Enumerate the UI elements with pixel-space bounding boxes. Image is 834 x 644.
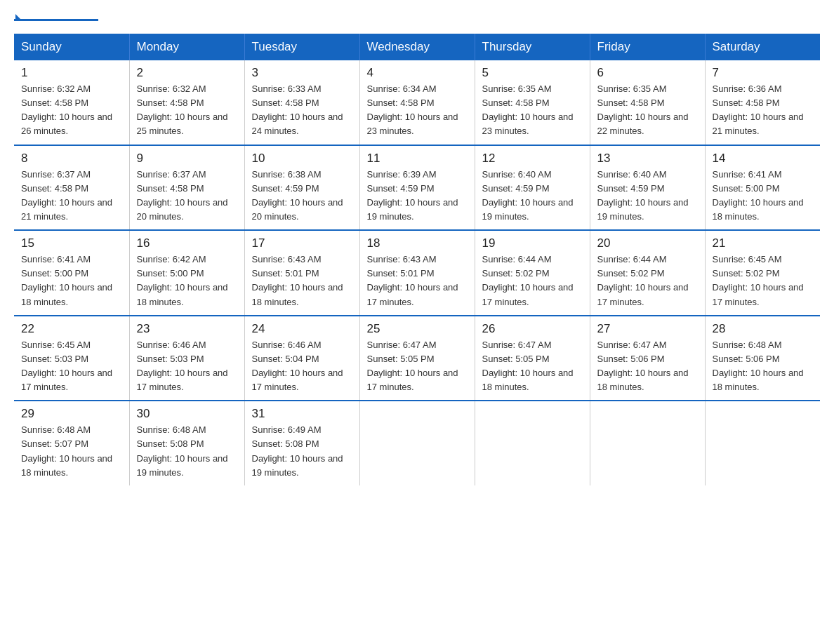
day-number: 10 [252,152,352,166]
day-info: Sunrise: 6:35 AMSunset: 4:58 PMDaylight:… [597,82,698,139]
day-info: Sunrise: 6:32 AMSunset: 4:58 PMDaylight:… [21,82,122,139]
day-info: Sunrise: 6:32 AMSunset: 4:58 PMDaylight:… [137,82,237,139]
day-info: Sunrise: 6:47 AMSunset: 5:05 PMDaylight:… [482,338,583,395]
day-number: 15 [21,236,122,250]
calendar-cell: 29Sunrise: 6:48 AMSunset: 5:07 PMDayligh… [14,401,129,485]
day-info: Sunrise: 6:45 AMSunset: 5:02 PMDaylight:… [713,253,814,309]
header-thursday: Thursday [475,34,590,60]
calendar-cell: 8Sunrise: 6:37 AMSunset: 4:58 PMDaylight… [14,145,129,231]
day-info: Sunrise: 6:38 AMSunset: 4:59 PMDaylight:… [252,168,352,224]
day-info: Sunrise: 6:46 AMSunset: 5:04 PMDaylight:… [252,338,352,395]
day-number: 6 [597,66,698,80]
day-number: 28 [713,322,814,336]
calendar-week-row: 8Sunrise: 6:37 AMSunset: 4:58 PMDaylight… [14,145,820,231]
day-info: Sunrise: 6:43 AMSunset: 5:01 PMDaylight:… [367,253,468,309]
calendar-cell: 21Sunrise: 6:45 AMSunset: 5:02 PMDayligh… [705,230,820,316]
calendar-cell: 12Sunrise: 6:40 AMSunset: 4:59 PMDayligh… [475,145,590,231]
day-info: Sunrise: 6:37 AMSunset: 4:58 PMDaylight:… [137,168,237,224]
calendar-cell: 13Sunrise: 6:40 AMSunset: 4:59 PMDayligh… [590,145,705,231]
calendar-cell: 3Sunrise: 6:33 AMSunset: 4:58 PMDaylight… [244,60,359,145]
day-info: Sunrise: 6:41 AMSunset: 5:00 PMDaylight:… [21,253,122,309]
day-info: Sunrise: 6:45 AMSunset: 5:03 PMDaylight:… [21,338,122,395]
calendar-cell: 11Sunrise: 6:39 AMSunset: 4:59 PMDayligh… [359,145,475,231]
day-info: Sunrise: 6:40 AMSunset: 4:59 PMDaylight:… [597,168,698,224]
day-number: 18 [367,236,468,250]
day-info: Sunrise: 6:47 AMSunset: 5:06 PMDaylight:… [597,338,698,395]
calendar-cell: 27Sunrise: 6:47 AMSunset: 5:06 PMDayligh… [590,316,705,401]
day-info: Sunrise: 6:33 AMSunset: 4:58 PMDaylight:… [252,82,352,139]
calendar-cell: 25Sunrise: 6:47 AMSunset: 5:05 PMDayligh… [359,316,475,401]
day-number: 26 [482,322,583,336]
day-info: Sunrise: 6:41 AMSunset: 5:00 PMDaylight:… [713,168,814,224]
calendar-cell [359,401,475,485]
calendar-cell: 20Sunrise: 6:44 AMSunset: 5:02 PMDayligh… [590,230,705,316]
day-info: Sunrise: 6:34 AMSunset: 4:58 PMDaylight:… [367,82,468,139]
header-sunday: Sunday [14,34,129,60]
day-number: 27 [597,322,698,336]
calendar-cell: 19Sunrise: 6:44 AMSunset: 5:02 PMDayligh… [475,230,590,316]
day-number: 11 [367,152,468,166]
calendar-table: SundayMondayTuesdayWednesdayThursdayFrid… [14,34,820,485]
day-number: 19 [482,236,583,250]
calendar-cell: 4Sunrise: 6:34 AMSunset: 4:58 PMDaylight… [359,60,475,145]
day-info: Sunrise: 6:48 AMSunset: 5:06 PMDaylight:… [713,338,814,395]
calendar-cell: 22Sunrise: 6:45 AMSunset: 5:03 PMDayligh… [14,316,129,401]
day-number: 12 [482,152,583,166]
day-number: 23 [137,322,237,336]
calendar-cell: 30Sunrise: 6:48 AMSunset: 5:08 PMDayligh… [129,401,244,485]
day-number: 30 [137,407,237,421]
calendar-week-row: 22Sunrise: 6:45 AMSunset: 5:03 PMDayligh… [14,316,820,401]
calendar-week-row: 29Sunrise: 6:48 AMSunset: 5:07 PMDayligh… [14,401,820,485]
calendar-cell: 26Sunrise: 6:47 AMSunset: 5:05 PMDayligh… [475,316,590,401]
day-info: Sunrise: 6:48 AMSunset: 5:08 PMDaylight:… [137,423,237,480]
header-monday: Monday [129,34,244,60]
calendar-week-row: 15Sunrise: 6:41 AMSunset: 5:00 PMDayligh… [14,230,820,316]
day-info: Sunrise: 6:42 AMSunset: 5:00 PMDaylight:… [137,253,237,309]
calendar-cell: 1Sunrise: 6:32 AMSunset: 4:58 PMDaylight… [14,60,129,145]
header-friday: Friday [590,34,705,60]
day-info: Sunrise: 6:47 AMSunset: 5:05 PMDaylight:… [367,338,468,395]
day-info: Sunrise: 6:46 AMSunset: 5:03 PMDaylight:… [137,338,237,395]
day-info: Sunrise: 6:39 AMSunset: 4:59 PMDaylight:… [367,168,468,224]
day-info: Sunrise: 6:48 AMSunset: 5:07 PMDaylight:… [21,423,122,480]
calendar-cell [705,401,820,485]
calendar-cell [475,401,590,485]
day-number: 5 [482,66,583,80]
day-number: 24 [252,322,352,336]
day-info: Sunrise: 6:43 AMSunset: 5:01 PMDaylight:… [252,253,352,309]
calendar-cell: 18Sunrise: 6:43 AMSunset: 5:01 PMDayligh… [359,230,475,316]
day-number: 20 [597,236,698,250]
day-info: Sunrise: 6:49 AMSunset: 5:08 PMDaylight:… [252,423,352,480]
day-number: 31 [252,407,352,421]
day-number: 25 [367,322,468,336]
calendar-cell: 7Sunrise: 6:36 AMSunset: 4:58 PMDaylight… [705,60,820,145]
header-tuesday: Tuesday [244,34,359,60]
day-info: Sunrise: 6:35 AMSunset: 4:58 PMDaylight:… [482,82,583,139]
calendar-cell: 15Sunrise: 6:41 AMSunset: 5:00 PMDayligh… [14,230,129,316]
header-wednesday: Wednesday [359,34,475,60]
day-number: 13 [597,152,698,166]
header-saturday: Saturday [705,34,820,60]
day-number: 8 [21,152,122,166]
day-info: Sunrise: 6:44 AMSunset: 5:02 PMDaylight:… [482,253,583,309]
calendar-cell [590,401,705,485]
calendar-cell: 24Sunrise: 6:46 AMSunset: 5:04 PMDayligh… [244,316,359,401]
day-number: 1 [21,66,122,80]
day-number: 14 [713,152,814,166]
calendar-cell: 2Sunrise: 6:32 AMSunset: 4:58 PMDaylight… [129,60,244,145]
calendar-header-row: SundayMondayTuesdayWednesdayThursdayFrid… [14,34,820,60]
calendar-cell: 16Sunrise: 6:42 AMSunset: 5:00 PMDayligh… [129,230,244,316]
calendar-cell: 9Sunrise: 6:37 AMSunset: 4:58 PMDaylight… [129,145,244,231]
day-info: Sunrise: 6:40 AMSunset: 4:59 PMDaylight:… [482,168,583,224]
day-number: 4 [367,66,468,80]
calendar-cell: 31Sunrise: 6:49 AMSunset: 5:08 PMDayligh… [244,401,359,485]
day-number: 3 [252,66,352,80]
day-number: 2 [137,66,237,80]
calendar-cell: 10Sunrise: 6:38 AMSunset: 4:59 PMDayligh… [244,145,359,231]
day-info: Sunrise: 6:37 AMSunset: 4:58 PMDaylight:… [21,168,122,224]
calendar-cell: 23Sunrise: 6:46 AMSunset: 5:03 PMDayligh… [129,316,244,401]
calendar-cell: 17Sunrise: 6:43 AMSunset: 5:01 PMDayligh… [244,230,359,316]
calendar-cell: 28Sunrise: 6:48 AMSunset: 5:06 PMDayligh… [705,316,820,401]
calendar-cell: 14Sunrise: 6:41 AMSunset: 5:00 PMDayligh… [705,145,820,231]
day-number: 29 [21,407,122,421]
